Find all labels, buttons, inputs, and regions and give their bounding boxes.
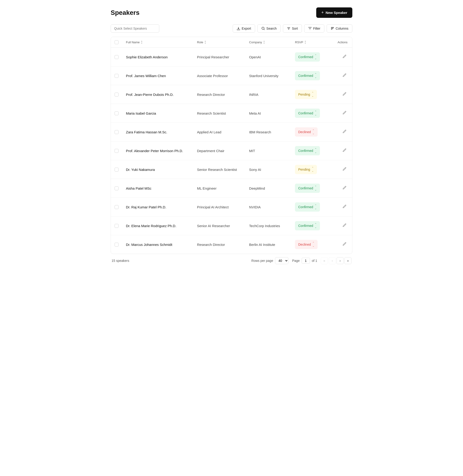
col-role-label: Role bbox=[197, 41, 203, 44]
rsvp-badge[interactable]: Confirmed ⌃⌄ bbox=[295, 202, 320, 212]
export-button[interactable]: Export bbox=[233, 24, 255, 33]
table-row: Prof. Jean-Pierre Dubois Ph.D. Research … bbox=[111, 85, 352, 104]
columns-icon bbox=[330, 27, 334, 30]
table-row: Dr. Elena Marie Rodriguez Ph.D. Senior A… bbox=[111, 216, 352, 235]
edit-button[interactable] bbox=[341, 185, 347, 192]
row-rsvp-cell: Confirmed ⌃⌄ bbox=[291, 216, 332, 235]
row-checkbox[interactable] bbox=[115, 111, 118, 115]
select-all-checkbox[interactable] bbox=[115, 40, 118, 44]
table-row: Dr. Raj Kumar Patel Ph.D. Principal AI A… bbox=[111, 198, 352, 216]
row-role-cell: Principal Researcher bbox=[193, 48, 245, 66]
row-name-cell: Maria Isabel Garcia bbox=[122, 104, 193, 123]
first-page-button[interactable]: « bbox=[321, 257, 328, 264]
col-header-rsvp[interactable]: RSVP ▲▼ bbox=[291, 37, 332, 48]
edit-button[interactable] bbox=[341, 128, 347, 136]
filter-button[interactable]: Filter bbox=[304, 24, 324, 33]
edit-icon bbox=[342, 73, 347, 77]
row-rsvp-cell: Pending ⌃⌄ bbox=[291, 85, 332, 104]
prev-page-button[interactable]: ‹ bbox=[329, 257, 336, 264]
row-checkbox-cell bbox=[111, 104, 122, 123]
row-checkbox[interactable] bbox=[115, 243, 118, 247]
last-page-button[interactable]: » bbox=[345, 257, 351, 264]
rows-per-page-select[interactable]: 40 20 10 bbox=[275, 257, 288, 264]
row-checkbox[interactable] bbox=[115, 55, 118, 59]
row-checkbox[interactable] bbox=[115, 74, 118, 78]
row-checkbox[interactable] bbox=[115, 168, 118, 171]
next-page-button[interactable]: › bbox=[337, 257, 344, 264]
speaker-role: Applied AI Lead bbox=[197, 130, 221, 134]
row-checkbox-cell bbox=[111, 179, 122, 198]
row-name-cell: Prof. Jean-Pierre Dubois Ph.D. bbox=[122, 85, 193, 104]
edit-button[interactable] bbox=[341, 241, 347, 248]
table-row: Prof. James William Chen Associate Profe… bbox=[111, 66, 352, 85]
rsvp-label: Confirmed bbox=[298, 74, 313, 78]
row-company-cell: Berlin AI Institute bbox=[245, 235, 291, 254]
edit-button[interactable] bbox=[341, 110, 347, 117]
rsvp-badge[interactable]: Confirmed ⌃⌄ bbox=[295, 146, 320, 155]
col-header-role[interactable]: Role ▲▼ bbox=[193, 37, 245, 48]
rsvp-label: Pending bbox=[298, 168, 310, 171]
edit-button[interactable] bbox=[341, 147, 347, 154]
table-row: Sophie Elizabeth Anderson Principal Rese… bbox=[111, 48, 352, 66]
row-role-cell: Senior Research Scientist bbox=[193, 160, 245, 179]
edit-button[interactable] bbox=[341, 204, 347, 211]
rsvp-badge[interactable]: Pending ⌃⌄ bbox=[295, 90, 317, 99]
rsvp-badge[interactable]: Confirmed ⌃⌄ bbox=[295, 221, 320, 230]
rsvp-badge[interactable]: Confirmed ⌃⌄ bbox=[295, 184, 320, 193]
speaker-role: Research Scientist bbox=[197, 111, 226, 115]
row-checkbox[interactable] bbox=[115, 149, 118, 153]
speaker-name: Dr. Marcus Johannes Schmidt bbox=[126, 243, 172, 247]
row-rsvp-cell: Confirmed ⌃⌄ bbox=[291, 198, 332, 216]
speaker-role: Senior Research Scientist bbox=[197, 168, 237, 171]
edit-button[interactable] bbox=[341, 72, 347, 79]
plus-icon: + bbox=[321, 10, 324, 15]
new-speaker-button[interactable]: + New Speaker bbox=[316, 7, 352, 18]
edit-button[interactable] bbox=[341, 222, 347, 229]
page-number-input[interactable] bbox=[302, 258, 310, 264]
rsvp-chevron-icon: ⌃⌄ bbox=[312, 166, 314, 172]
row-checkbox[interactable] bbox=[115, 93, 118, 97]
company-sort-arrows: ▲▼ bbox=[263, 40, 265, 44]
row-role-cell: Principal AI Architect bbox=[193, 198, 245, 216]
row-rsvp-cell: Confirmed ⌃⌄ bbox=[291, 142, 332, 160]
row-name-cell: Dr. Elena Marie Rodriguez Ph.D. bbox=[122, 216, 193, 235]
row-role-cell: ML Engineer bbox=[193, 179, 245, 198]
row-name-cell: Dr. Yuki Nakamura bbox=[122, 160, 193, 179]
row-checkbox[interactable] bbox=[115, 186, 118, 190]
speaker-role: Department Chair bbox=[197, 149, 224, 153]
svg-point-0 bbox=[262, 27, 264, 29]
rsvp-badge[interactable]: Confirmed ⌃⌄ bbox=[295, 52, 320, 62]
rsvp-badge[interactable]: Confirmed ⌃⌄ bbox=[295, 108, 320, 118]
rsvp-chevron-icon: ⌃⌄ bbox=[315, 73, 317, 79]
row-checkbox[interactable] bbox=[115, 205, 118, 209]
columns-button[interactable]: Columns bbox=[327, 24, 352, 33]
row-checkbox-cell bbox=[111, 216, 122, 235]
rsvp-badge[interactable]: Declined ⌃⌄ bbox=[295, 240, 317, 249]
row-checkbox[interactable] bbox=[115, 224, 118, 228]
col-header-name[interactable]: Full Name ▲▼ bbox=[122, 37, 193, 48]
row-actions-cell bbox=[332, 85, 352, 104]
rsvp-chevron-icon: ⌃⌄ bbox=[315, 110, 317, 116]
sort-button[interactable]: Sort bbox=[283, 24, 302, 33]
rsvp-chevron-icon: ⌃⌄ bbox=[315, 148, 317, 154]
row-checkbox[interactable] bbox=[115, 130, 118, 134]
edit-button[interactable] bbox=[341, 91, 347, 98]
toolbar: Export Search Sort Filter Columns bbox=[111, 24, 352, 33]
quick-select-input[interactable] bbox=[111, 24, 159, 33]
rsvp-badge[interactable]: Declined ⌃⌄ bbox=[295, 127, 317, 137]
edit-button[interactable] bbox=[341, 54, 347, 61]
rsvp-badge[interactable]: Pending ⌃⌄ bbox=[295, 165, 317, 174]
rsvp-label: Confirmed bbox=[298, 205, 313, 209]
rsvp-badge[interactable]: Confirmed ⌃⌄ bbox=[295, 71, 320, 80]
speaker-name: Dr. Raj Kumar Patel Ph.D. bbox=[126, 205, 166, 209]
col-header-company[interactable]: Company ▲▼ bbox=[245, 37, 291, 48]
edit-button[interactable] bbox=[341, 166, 347, 173]
speaker-role: Principal AI Architect bbox=[197, 205, 229, 209]
sort-label: Sort bbox=[292, 27, 298, 30]
row-rsvp-cell: Confirmed ⌃⌄ bbox=[291, 179, 332, 198]
select-all-header bbox=[111, 37, 122, 48]
table-row: Zara Fatima Hassan M.Sc. Applied AI Lead… bbox=[111, 123, 352, 142]
edit-icon bbox=[342, 129, 347, 134]
search-button[interactable]: Search bbox=[258, 24, 281, 33]
edit-icon bbox=[342, 204, 347, 209]
